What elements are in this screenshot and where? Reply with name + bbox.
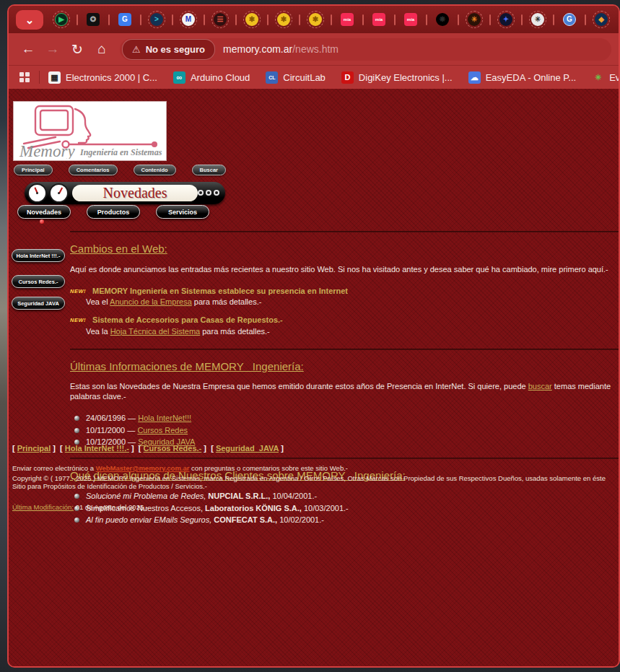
hoja-tecnica-link[interactable]: Hoja Técnica del Sistema [110,327,201,336]
url-host: memory.com.ar [223,43,292,55]
tab-m-tab[interactable]: M [173,13,204,26]
tab-play-tab[interactable]: ▶ [46,13,77,26]
entry-text: para más detalles.- [200,327,270,336]
nav-contenido-button[interactable]: Contenido [134,165,176,175]
openai-tab-icon: ❋ [436,13,449,26]
footer-cursos-redes-link[interactable]: Cursos Redes.- [144,444,202,453]
bookmark-label: Arduino Cloud [191,72,250,83]
bracket: ] [129,444,139,453]
intro-text: Estas son las Novedades de Nuestra Empre… [70,382,528,390]
hands-tab-2-icon: ✱ [277,13,290,26]
item-date: 10/11/2000 [86,426,125,435]
last-modified-link[interactable]: Última Modificación: [12,503,74,511]
banner-title-panel: Novedades [72,185,198,201]
cursos-redes-link[interactable]: Cursos Redes [137,426,188,435]
tab-mia-tab-1[interactable]: mía [332,13,362,26]
hands-tab-3-icon: ✱ [309,13,322,26]
m-tab-icon: M [182,13,195,26]
tab-translate-tab[interactable]: G [110,13,140,26]
bookmark-easyeda[interactable]: ☁EasyEDA - Online P... [468,71,577,84]
forward-icon: → [46,41,60,57]
bookmark-everycircuit[interactable]: ✳EveryCircuit [592,71,620,84]
footer-hola-internet-link[interactable]: Hola InterNet !!!.- [65,444,129,453]
address-bar[interactable]: ⚠ No es seguro memory.com.ar/news.htm [120,38,611,61]
tab-hands-tab-3[interactable]: ✱ [300,13,331,26]
bookmarks-bar: ▦Electronics 2000 | C...∞Arduino CloudCL… [9,65,619,89]
back-button[interactable]: ← [16,37,40,61]
bookmark-circuitlab[interactable]: CLCircuitLab [266,71,326,84]
reload-button[interactable]: ↻ [65,37,89,61]
burst-tab-icon: ✳ [468,13,481,26]
tab-separator [362,14,364,25]
browser-toolbar: ← → ↻ ⌂ ⚠ No es seguro memory.com.ar/new… [9,33,619,65]
nav-comentarios-button[interactable]: Comentarios [69,165,118,175]
translate-tab-icon: G [118,13,131,26]
anuncio-empresa-link[interactable]: Anuncio de la Empresa [110,297,192,306]
client-quote: Al fin puedo enviar EMails Seguros, [86,515,211,524]
tab-openai-tab[interactable]: ❋ [427,13,458,26]
list-item: 10/11/2000 — Cursos Redes [73,426,619,436]
digikey-icon: D [341,71,354,84]
tab-burst-tab[interactable]: ✳ [459,13,489,26]
forward-button[interactable]: → [40,37,65,61]
buscar-link[interactable]: buscar [528,382,552,390]
nav-principal-button[interactable]: Principal [14,165,53,175]
novedades-button[interactable]: Novedades [17,205,71,219]
bracket: [ [60,444,65,453]
tab-mia-tab-3[interactable]: mía [396,13,426,26]
back-icon: ← [22,41,35,57]
home-icon: ⌂ [97,41,105,57]
entry-text: Vea la [86,327,110,336]
webmaster-email-link[interactable]: WebMaster@memory.com.ar [96,464,190,472]
bird-tab-icon: ✦ [499,13,512,26]
productos-button[interactable]: Productos [87,205,140,219]
tab-separator [458,14,459,25]
security-label: No es seguro [146,44,205,55]
tab-hands-tab-2[interactable]: ✱ [268,13,299,26]
tab-separator [267,14,268,25]
tab-strip-favicons: ▶✪G>M☰✱✱✱míamíamía❋✳✦✳G◆ [46,13,616,26]
item-date: 24/06/1996 [86,414,126,422]
tab-diamond-tab[interactable]: ◆ [586,13,616,26]
play-tab-icon: ▶ [55,13,68,26]
sidebar-seguridad-java-button[interactable]: Seguridad JAVA [12,297,65,310]
security-badge[interactable]: ⚠ No es seguro [122,39,215,60]
bookmark-digikey[interactable]: DDigiKey Electronics |... [341,71,453,84]
tab-bird-tab[interactable]: ✦ [491,13,521,26]
bookmark-electronics-2000[interactable]: ▦Electronics 2000 | C... [48,71,157,84]
warning-icon: ⚠ [132,44,141,55]
chevron-down-icon: ⌄ [25,14,35,25]
mia-tab-1-icon: mía [341,13,354,26]
bookmarks-list: ▦Electronics 2000 | C...∞Arduino CloudCL… [48,71,620,84]
url-text[interactable]: memory.com.ar/news.htm [223,43,339,55]
ultimas-heading: Últimas Informaciones de MEMORY Ingenier… [70,360,619,374]
tab-mia-tab-2[interactable]: mía [364,13,394,26]
tab-hands-tab-1[interactable]: ✱ [237,13,267,26]
sidebar-hola-internet-button[interactable]: Hola InterNet !!!.- [12,249,65,262]
tab-compass-tab[interactable]: ✳ [523,13,553,26]
hola-internet-link[interactable]: Hola InterNet!!! [138,414,191,422]
footer-seguridad-java-link[interactable]: Seguridad JAVA [216,444,279,453]
bookmark-label: DigiKey Electronics |... [359,72,453,83]
divider [70,231,619,232]
site-logo[interactable]: Memory Ingeniería en Sistemas [13,101,167,161]
desktop: ⌄ ▶✪G>M☰✱✱✱míamíamía❋✳✦✳G◆ ← → ↻ ⌂ ⚠ No … [0,0,620,672]
apps-grid-icon[interactable] [19,71,30,83]
terminal-tab-icon: > [150,13,163,26]
footer-principal-link[interactable]: Principal [17,444,51,453]
bracket: ] [51,444,60,453]
layers-tab-icon: ☰ [214,13,227,26]
footer-text: con preguntas o comentarios sobre este s… [189,464,348,472]
sidebar-cursos-redes-button[interactable]: Cursos Redes.- [12,275,65,288]
tab-search-button[interactable]: ⌄ [16,10,43,30]
servicios-button[interactable]: Servicios [156,205,209,219]
bookmark-label: EveryCircuit [609,72,620,83]
tab-terminal-tab[interactable]: > [141,13,172,26]
tab-layers-tab[interactable]: ☰ [205,13,235,26]
home-button[interactable]: ⌂ [89,37,114,61]
nav-buscar-button[interactable]: Buscar [192,165,226,175]
tab-camera-tab[interactable]: ✪ [78,13,108,26]
tab-g-tab[interactable]: G [554,13,585,26]
bookmark-arduino-cloud[interactable]: ∞Arduino Cloud [173,71,250,84]
new-badge-icon: NEW! [70,288,86,294]
